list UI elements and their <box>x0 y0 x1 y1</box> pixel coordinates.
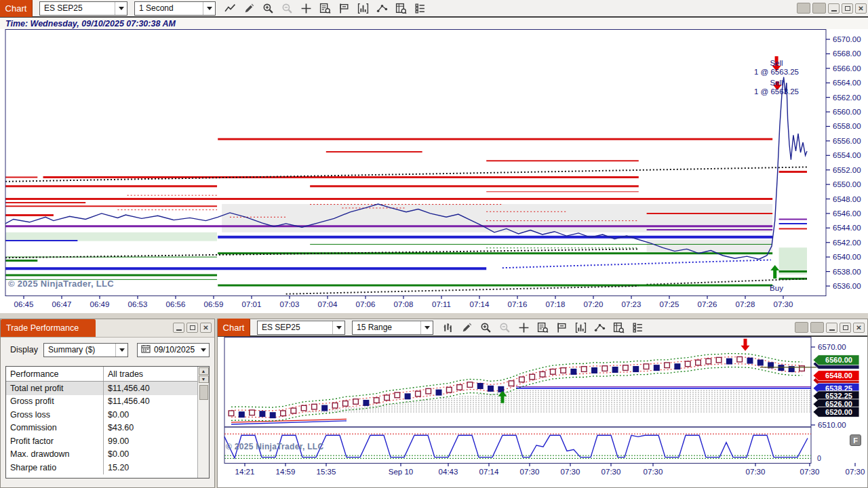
properties-icon[interactable] <box>414 2 427 15</box>
col-performance: Performance <box>6 367 104 381</box>
interval-select-top[interactable]: 1 Second <box>134 1 216 16</box>
bottom-window-buttons: ✕ <box>795 322 865 333</box>
data-box-icon[interactable] <box>319 2 332 15</box>
svg-text:6520.00: 6520.00 <box>825 408 852 416</box>
svg-text:6560.00: 6560.00 <box>825 356 852 364</box>
table-row[interactable]: Total net profit $11,456.40 <box>6 382 197 395</box>
display-label: Display <box>10 345 38 354</box>
trade-performance-window: Trade Performance ✕ Display Summary ($) … <box>0 319 215 488</box>
data-box-icon[interactable] <box>536 321 549 334</box>
svg-text:14:59: 14:59 <box>276 468 296 476</box>
maximize-button[interactable] <box>842 3 853 14</box>
maximize-button[interactable] <box>186 323 198 333</box>
svg-text:6552.00: 6552.00 <box>833 166 861 174</box>
draw-icon[interactable] <box>243 2 256 15</box>
table-row[interactable]: Commission $43.60 <box>6 422 197 435</box>
window-extra-button-1[interactable] <box>797 3 810 14</box>
display-value: Summary ($) <box>44 345 115 354</box>
close-button[interactable]: ✕ <box>855 3 867 14</box>
trade-performance-titlebar[interactable]: Trade Performance ✕ <box>1 319 214 338</box>
chart-style-icon[interactable] <box>441 321 454 334</box>
date-picker[interactable]: 09/10/2025 <box>137 343 210 357</box>
sell-annotation-2: Sell 1 @ 6563.25 <box>749 79 804 96</box>
svg-text:6540.00: 6540.00 <box>833 253 861 261</box>
zoom-in-icon[interactable] <box>479 321 492 334</box>
svg-text:6564.00: 6564.00 <box>833 79 861 87</box>
bottom-toolbar-icons <box>441 321 644 334</box>
svg-text:07:30: 07:30 <box>800 468 820 476</box>
svg-text:06:47: 06:47 <box>52 300 72 308</box>
svg-text:06:53: 06:53 <box>128 300 148 308</box>
strategies-icon[interactable] <box>376 2 389 15</box>
window-extra-button-1[interactable] <box>795 322 808 333</box>
market-analyzer-icon[interactable] <box>395 2 408 15</box>
svg-text:15:35: 15:35 <box>317 468 336 476</box>
focus-button[interactable]: F <box>850 434 861 446</box>
display-select[interactable]: Summary ($) <box>43 343 128 357</box>
svg-text:07:20: 07:20 <box>584 300 604 308</box>
properties-icon[interactable] <box>631 321 644 334</box>
svg-text:07:30: 07:30 <box>601 468 621 476</box>
svg-text:07:18: 07:18 <box>546 300 566 308</box>
svg-text:6570.00: 6570.00 <box>833 35 861 43</box>
tab-chart-bottom[interactable]: Chart <box>218 319 250 336</box>
svg-text:6536.00: 6536.00 <box>833 282 861 290</box>
minimize-button[interactable] <box>828 3 840 14</box>
chart-style-icon[interactable] <box>224 2 237 15</box>
svg-text:07:16: 07:16 <box>508 300 528 308</box>
scroll-down-icon[interactable]: ▼ <box>199 375 209 383</box>
window-extra-button-2[interactable] <box>812 3 826 14</box>
svg-text:6556.00: 6556.00 <box>833 137 861 145</box>
crosshair-icon[interactable] <box>300 2 313 15</box>
svg-text:6568.00: 6568.00 <box>833 49 861 58</box>
table-row[interactable]: Sharpe ratio 15.20 <box>6 461 197 474</box>
date-value: 09/10/2025 <box>154 345 198 354</box>
bottom-chart-plot[interactable]: 06570.006510.006560.006548.006538.256532… <box>218 337 867 486</box>
zoom-out-icon[interactable] <box>281 2 294 15</box>
scrollbar-thumb[interactable] <box>199 385 208 400</box>
minimize-button[interactable] <box>826 323 837 333</box>
table-row[interactable]: Gross loss $0.00 <box>6 408 197 422</box>
top-chart-plot[interactable]: 6570.006568.006566.006564.006562.006560.… <box>0 29 868 312</box>
svg-text:6548.00: 6548.00 <box>825 371 852 380</box>
order-entry-icon[interactable] <box>338 2 351 15</box>
table-row[interactable]: Max. drawdown $0.00 <box>6 448 197 462</box>
chevron-down-icon <box>115 2 127 15</box>
table-row[interactable]: Gross profit $11,456.40 <box>6 395 197 409</box>
draw-icon[interactable] <box>460 321 473 334</box>
maximize-button[interactable] <box>840 323 851 333</box>
crosshair-icon[interactable] <box>517 321 530 334</box>
table-scrollbar[interactable]: ▲ ▼ <box>197 367 209 478</box>
svg-text:6566.00: 6566.00 <box>833 64 861 73</box>
window-extra-button-2[interactable] <box>810 322 824 333</box>
minimize-button[interactable] <box>173 323 184 333</box>
chevron-down-icon <box>115 344 127 357</box>
svg-text:6558.00: 6558.00 <box>833 122 861 130</box>
svg-text:06:59: 06:59 <box>204 300 224 308</box>
zoom-in-icon[interactable] <box>262 2 275 15</box>
time-label: Time: Wednesday, 09/10/2025 07:30:38 AM <box>5 19 176 28</box>
indicators-icon[interactable] <box>574 321 587 334</box>
close-button[interactable]: ✕ <box>200 323 212 333</box>
strategies-icon[interactable] <box>593 321 606 334</box>
table-row[interactable]: Profit factor 99.00 <box>6 434 197 448</box>
indicators-icon[interactable] <box>357 2 370 15</box>
chevron-down-icon <box>332 321 344 334</box>
tab-chart-top[interactable]: Chart <box>0 0 33 17</box>
svg-text:6548.00: 6548.00 <box>833 195 861 203</box>
svg-text:06:49: 06:49 <box>90 300 110 308</box>
svg-text:06:45: 06:45 <box>14 300 34 308</box>
zoom-out-icon[interactable] <box>498 321 511 334</box>
svg-text:07:26: 07:26 <box>698 300 717 308</box>
market-analyzer-icon[interactable] <box>612 321 625 334</box>
close-button[interactable]: ✕ <box>853 323 865 333</box>
order-entry-icon[interactable] <box>555 321 568 334</box>
top-chart-window: Chart ES SEP25 1 Second <box>0 0 868 313</box>
instrument-select-bottom[interactable]: ES SEP25 <box>257 321 345 335</box>
trade-performance-title: Trade Performance <box>1 319 96 337</box>
instrument-select-top[interactable]: ES SEP25 <box>39 1 127 16</box>
svg-text:07:14: 07:14 <box>470 300 490 308</box>
interval-select-bottom[interactable]: 15 Range <box>352 321 433 335</box>
tp-window-buttons: ✕ <box>173 323 212 333</box>
scroll-up-icon[interactable]: ▲ <box>199 367 209 375</box>
